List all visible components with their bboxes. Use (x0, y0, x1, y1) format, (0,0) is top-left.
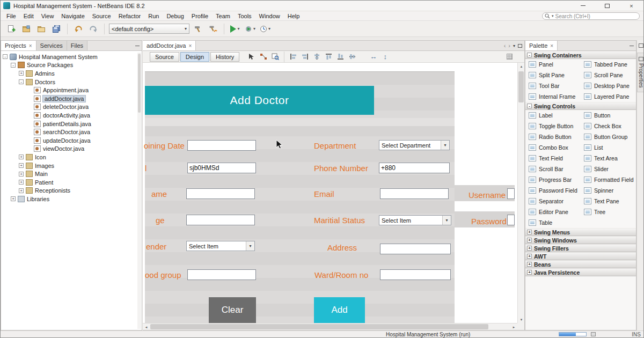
palette-item-panel[interactable]: Panel (525, 59, 581, 70)
connection-mode-button[interactable] (258, 52, 268, 62)
build-project-button[interactable] (192, 23, 204, 35)
palette-item-split-pane[interactable]: Split Pane (525, 70, 581, 80)
blood-group-field[interactable] (187, 269, 256, 280)
palette-item-text-pane[interactable]: Text Pane (581, 196, 636, 207)
tree-item-doctoractivity-java[interactable]: doctorActivity.java (1, 111, 142, 120)
close-tab-icon[interactable]: × (29, 43, 32, 49)
collapse-icon[interactable]: - (3, 54, 8, 59)
expand-icon[interactable]: + (527, 262, 532, 267)
palette-item-text-field[interactable]: Text Field (525, 153, 581, 164)
palette-item-tool-bar[interactable]: Tool Bar (525, 80, 581, 91)
tree-item-patientdetails-java[interactable]: patientDetails.java (1, 120, 142, 128)
menu-run[interactable]: Run (144, 12, 163, 20)
expand-icon[interactable]: + (527, 270, 532, 275)
progress-bar[interactable] (559, 332, 587, 336)
tree-item-appointment-java[interactable]: Appointment.java (1, 86, 142, 94)
minimize-button[interactable] (571, 1, 595, 11)
palette-item-formatted-field[interactable]: Formatted Field (581, 174, 636, 185)
close-button[interactable]: × (619, 1, 643, 11)
scroll-tabs-left-icon[interactable]: ‹ (504, 42, 506, 49)
palette-item-list[interactable]: List (581, 142, 636, 153)
palette-item-tree[interactable]: Tree (581, 207, 636, 217)
scroll-down-icon[interactable]: ▼ (518, 316, 525, 323)
menu-edit[interactable]: Edit (20, 12, 38, 20)
tree-item-images[interactable]: + Images (1, 161, 142, 170)
tree-item-deletedoctor-java[interactable]: deleteDoctor.java (1, 103, 142, 112)
close-tab-icon[interactable]: × (188, 43, 192, 49)
expand-icon[interactable]: + (19, 71, 24, 76)
expand-icon[interactable]: + (19, 188, 24, 193)
tree-item-receptionists[interactable]: + Receptionists (1, 187, 142, 195)
palette-item-button[interactable]: Button (581, 110, 636, 121)
new-project-button[interactable] (20, 23, 33, 35)
redo-button[interactable] (87, 23, 100, 35)
search-scope-dropdown-icon[interactable]: ▾ (552, 14, 554, 18)
expand-icon[interactable]: + (527, 238, 532, 243)
expand-icon[interactable]: + (19, 155, 24, 159)
joining-date-field[interactable] (187, 140, 256, 151)
palette-item-table[interactable]: Table (525, 217, 581, 228)
section-swing-containers[interactable]: - Swing Containers (525, 51, 636, 59)
tree-item-icon[interactable]: + Icon (1, 153, 142, 161)
palette-item-scroll-bar[interactable]: Scroll Bar (525, 164, 581, 174)
align-center-vertical-button[interactable] (347, 52, 357, 62)
menu-window[interactable]: Window (255, 12, 284, 20)
id-field[interactable] (187, 163, 256, 173)
maximize-window-icon[interactable] (518, 44, 522, 48)
section-beans[interactable]: + Beans (525, 260, 636, 268)
tree-item-updatedoctor-java[interactable]: updateDoctor.java (1, 136, 142, 145)
align-top-button[interactable] (324, 52, 334, 62)
menu-team[interactable]: Team (212, 12, 234, 20)
scroll-right-icon[interactable]: ► (510, 324, 517, 330)
ward-room-field[interactable] (380, 269, 451, 280)
collapse-icon[interactable]: - (19, 79, 24, 84)
undo-button[interactable] (72, 23, 85, 35)
menu-tools[interactable]: Tools (234, 12, 255, 20)
tab-palette[interactable]: Palette × (525, 41, 558, 50)
menu-source[interactable]: Source (89, 12, 115, 20)
password-field-partial[interactable] (507, 215, 515, 225)
section-java-persistence[interactable]: + Java Persistence (525, 268, 636, 276)
email-field[interactable] (380, 188, 449, 199)
palette-item-layered-pane[interactable]: Layered Pane (581, 91, 636, 102)
history-view-button[interactable]: History (210, 52, 239, 62)
close-tab-icon[interactable]: × (550, 43, 553, 49)
designer-options-button[interactable] (504, 52, 515, 62)
editor-vertical-scrollbar[interactable]: ▲ ▼ (517, 63, 524, 323)
marital-status-combo[interactable]: Select Item ▾ (379, 215, 451, 225)
gender-combo[interactable]: Select Item ▾ (186, 241, 255, 251)
section-awt[interactable]: + AWT (525, 252, 636, 260)
name-field[interactable] (186, 188, 255, 199)
align-bottom-button[interactable] (335, 52, 346, 62)
palette-item-toggle-button[interactable]: Toggle Button (525, 121, 581, 131)
tab-projects[interactable]: Projects × (1, 41, 36, 50)
tree-item-patient[interactable]: + Patient (1, 178, 142, 187)
palette-item-spinner[interactable]: Spinner (581, 185, 636, 196)
palette-item-text-area[interactable]: Text Area (581, 153, 636, 164)
align-center-horizontal-button[interactable] (312, 52, 322, 62)
restore-button[interactable] (595, 1, 619, 11)
palette-item-radio-button[interactable]: Radio Button (525, 131, 581, 142)
tree-item-adddoctor-java[interactable]: addDoctor.java (1, 94, 142, 103)
expand-icon[interactable]: + (527, 230, 532, 234)
collapse-icon[interactable]: - (11, 63, 16, 68)
tab-services[interactable]: Services (36, 41, 67, 50)
menu-profile[interactable]: Profile (188, 12, 212, 20)
tree-item-doctors[interactable]: - Doctors (1, 78, 142, 86)
profile-project-button[interactable]: ▾ (259, 23, 272, 35)
source-view-button[interactable]: Source (150, 52, 179, 62)
run-project-button[interactable]: ▾ (229, 23, 241, 35)
menu-refactor[interactable]: Refactor (115, 12, 145, 20)
projects-scrollbar[interactable] (137, 53, 141, 329)
palette-item-internal-frame[interactable]: Internal Frame (525, 91, 581, 102)
expand-icon[interactable]: + (527, 254, 532, 259)
config-dropdown[interactable]: <default config> ▾ (109, 24, 189, 34)
debug-project-button[interactable]: ▾ (244, 23, 257, 35)
open-project-button[interactable] (35, 23, 48, 35)
scrollbar-thumb[interactable] (150, 324, 488, 329)
palette-item-button-group[interactable]: Button Group (581, 131, 636, 142)
new-file-button[interactable] (5, 23, 18, 35)
section-swing-fillers[interactable]: + Swing Fillers (525, 244, 636, 252)
expand-icon[interactable]: + (11, 196, 16, 201)
expand-icon[interactable]: + (19, 180, 24, 185)
